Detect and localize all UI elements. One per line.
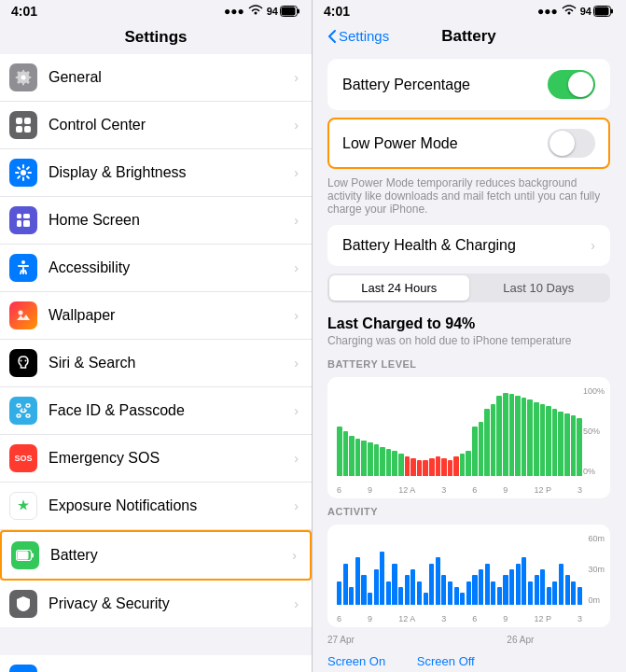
battery-bar <box>398 454 404 476</box>
battery-icon <box>11 541 39 569</box>
activity-bar <box>410 569 415 605</box>
signal-icon-right: ●●● <box>537 5 558 18</box>
back-button[interactable]: Settings <box>327 28 389 44</box>
svg-line-16 <box>18 176 20 178</box>
settings-item-exposure[interactable]: Exposure Notifications › <box>0 483 312 530</box>
settings-panel: 4:01 ●●● 94 Settings General › <box>0 0 313 672</box>
settings-item-general[interactable]: General › <box>0 54 312 102</box>
settings-item-control-center[interactable]: Control Center › <box>0 102 312 149</box>
y-label-0: 0% <box>583 467 605 476</box>
screen-off-value: 4m <box>417 668 475 672</box>
home-screen-label: Home Screen <box>49 212 294 229</box>
svg-rect-4 <box>16 118 22 124</box>
activity-bar <box>559 564 563 605</box>
svg-rect-5 <box>24 118 31 124</box>
battery-icon-right: 94 <box>580 6 614 17</box>
battery-bar <box>534 402 539 476</box>
activity-bar <box>337 581 341 605</box>
battery-percentage-toggle[interactable] <box>548 70 595 99</box>
battery-bar <box>423 460 428 476</box>
activity-bar <box>380 552 384 605</box>
activity-bar <box>405 575 410 605</box>
battery-nav-header: Settings Battery <box>313 22 625 51</box>
exposure-chevron: › <box>294 498 299 513</box>
charged-subtitle: Charging was on hold due to iPhone tempe… <box>327 334 610 347</box>
activity-bar <box>472 575 477 605</box>
home-screen-chevron: › <box>294 213 299 228</box>
settings-item-home-screen[interactable]: Home Screen › <box>0 197 312 245</box>
battery-bar <box>522 398 527 476</box>
wifi-icon-left <box>248 5 263 19</box>
back-label: Settings <box>339 28 389 44</box>
battery-bar <box>546 406 551 476</box>
low-power-toggle[interactable] <box>548 129 595 158</box>
activity-bar <box>460 593 465 605</box>
settings-item-battery[interactable]: Battery › <box>0 530 312 581</box>
svg-rect-2 <box>282 7 296 16</box>
activity-bar <box>509 569 514 605</box>
activity-bar <box>571 581 576 605</box>
battery-bar <box>515 396 521 476</box>
activity-bar <box>343 564 348 605</box>
display-label: Display & Brightness <box>49 164 294 181</box>
exposure-label: Exposure Notifications <box>49 497 294 514</box>
battery-health-row[interactable]: Battery Health & Charging › <box>327 225 610 266</box>
svg-rect-19 <box>17 220 21 227</box>
activity-x-labels: 6 9 12 A 3 6 9 12 P 3 <box>337 614 582 623</box>
battery-bar <box>343 431 349 476</box>
settings-item-emergency[interactable]: SOS Emergency SOS › <box>0 435 312 483</box>
activity-bar <box>577 587 582 605</box>
activity-bar <box>349 587 354 605</box>
svg-rect-52 <box>611 9 614 14</box>
activity-bar <box>368 593 372 605</box>
screen-off-stat: Screen Off 4m <box>417 654 475 672</box>
battery-bar <box>448 460 453 476</box>
toggle-thumb-low-power <box>549 131 575 156</box>
settings-item-privacy[interactable]: Privacy & Security › <box>0 581 312 627</box>
battery-bar <box>429 458 435 476</box>
activity-bar <box>491 581 495 605</box>
tab-last-10d[interactable]: Last 10 Days <box>469 275 609 301</box>
emergency-chevron: › <box>294 451 299 466</box>
svg-rect-26 <box>26 404 30 407</box>
activity-bar <box>392 564 396 605</box>
battery-bar <box>417 460 423 476</box>
y-label-50: 50% <box>583 427 605 436</box>
battery-bar <box>552 409 558 476</box>
screen-on-label: Screen On <box>327 654 398 668</box>
activity-bar <box>466 581 471 605</box>
settings-item-wallpaper[interactable]: Wallpaper › <box>0 292 312 340</box>
y-label-100: 100% <box>583 386 605 396</box>
activity-bar <box>448 581 452 605</box>
battery-bar <box>577 418 582 476</box>
settings-list: General › Control Center › Display & Bri… <box>0 54 312 672</box>
activity-bar <box>374 569 379 605</box>
activity-bars-area <box>337 534 582 605</box>
activity-bar <box>503 575 508 605</box>
tab-last-24h[interactable]: Last 24 Hours <box>329 275 469 301</box>
activity-bar <box>454 587 459 605</box>
battery-bar <box>460 454 466 476</box>
settings-item-app-store[interactable]: App Store › <box>0 655 312 672</box>
svg-rect-17 <box>17 214 21 218</box>
activity-bar <box>436 557 440 605</box>
svg-point-22 <box>19 311 23 315</box>
activity-chart: 60m 30m 0m 6 9 12 A 3 6 9 12 P 3 <box>327 525 610 627</box>
battery-bar <box>571 415 577 476</box>
activity-bar <box>424 593 428 605</box>
svg-rect-28 <box>26 414 30 417</box>
settings-item-siri[interactable]: Siri & Search › <box>0 340 312 387</box>
svg-rect-20 <box>23 220 30 227</box>
settings-item-display[interactable]: Display & Brightness › <box>0 149 312 197</box>
control-center-chevron: › <box>294 118 299 133</box>
svg-line-13 <box>18 167 20 169</box>
siri-chevron: › <box>294 356 299 371</box>
display-icon <box>9 159 37 187</box>
section-group-2: App Store › Wallet › <box>0 655 312 672</box>
settings-item-accessibility[interactable]: Accessibility › <box>0 245 312 292</box>
wallpaper-label: Wallpaper <box>49 307 294 324</box>
svg-rect-6 <box>16 126 22 133</box>
settings-item-faceid[interactable]: Face ID & Passcode › <box>0 387 312 435</box>
activity-bar <box>479 569 483 605</box>
svg-rect-1 <box>298 9 300 14</box>
